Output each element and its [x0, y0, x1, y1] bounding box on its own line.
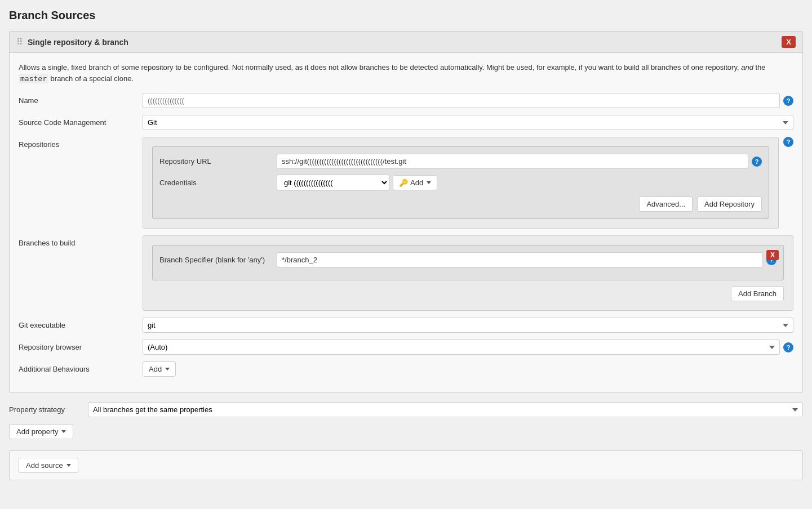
- description-text-part1: Allows a single, fixed branch of some re…: [19, 63, 741, 72]
- scm-select[interactable]: Git: [143, 115, 793, 130]
- property-strategy-outer-row: Property strategy All branches get the s…: [9, 402, 803, 417]
- panel-header-left: ⠿ Single repository & branch: [16, 37, 128, 47]
- property-strategy-select[interactable]: All branches get the same properties: [88, 402, 803, 417]
- credentials-select[interactable]: git ((((((((((((((((: [277, 175, 389, 191]
- repositories-row: Repositories Repository URL ?: [19, 137, 793, 229]
- branch-specifier-control: ?: [277, 252, 776, 267]
- key-icon: 🔑: [399, 178, 408, 187]
- name-help-icon[interactable]: ?: [783, 96, 793, 106]
- panel-body: Allows a single, fixed branch of some re…: [10, 53, 802, 392]
- additional-behaviours-add-label: Add: [149, 365, 162, 373]
- git-executable-wrapper: git: [143, 318, 793, 333]
- property-strategy-label: Property strategy: [9, 405, 88, 414]
- repo-browser-select[interactable]: (Auto): [143, 340, 780, 355]
- branches-section: X Branch Specifier (blank for 'any') ? A…: [143, 235, 793, 311]
- add-repository-button[interactable]: Add Repository: [697, 197, 762, 212]
- additional-behaviours-chevron-icon: [165, 368, 170, 370]
- additional-behaviours-row: Additional Behaviours Add: [19, 361, 793, 377]
- branches-row: Branches to build X Branch Specifier (bl…: [19, 235, 793, 311]
- credentials-add-chevron-icon: [427, 181, 431, 184]
- credentials-add-button[interactable]: 🔑 Add: [393, 175, 437, 190]
- add-property-chevron-icon: [61, 430, 66, 433]
- add-property-button[interactable]: Add property: [9, 424, 73, 439]
- git-executable-label: Git executable: [19, 318, 143, 329]
- branch-close-button[interactable]: X: [766, 250, 779, 260]
- description-text-part2: the: [753, 63, 766, 72]
- repository-url-help-icon[interactable]: ?: [752, 157, 762, 167]
- credentials-add-label: Add: [410, 178, 423, 187]
- repo-browser-row: Repository browser (Auto) ?: [19, 340, 793, 355]
- additional-behaviours-add-button[interactable]: Add: [143, 361, 176, 377]
- add-source-label: Add source: [26, 461, 63, 470]
- credentials-row: Credentials git (((((((((((((((( 🔑 Add: [159, 175, 762, 191]
- branch-specifier-label: Branch Specifier (blank for 'any'): [159, 256, 272, 264]
- add-property-label: Add property: [16, 427, 58, 436]
- repositories-help-icon[interactable]: ?: [783, 137, 793, 147]
- branches-label: Branches to build: [19, 235, 143, 247]
- branch-specifier-input[interactable]: [277, 252, 763, 267]
- advanced-button[interactable]: Advanced...: [639, 197, 693, 212]
- scm-label: Source Code Management: [19, 115, 143, 127]
- repo-browser-help-icon[interactable]: ?: [783, 342, 793, 352]
- name-input[interactable]: [143, 93, 780, 108]
- repository-url-row: Repository URL ?: [159, 154, 762, 169]
- repository-url-input[interactable]: [277, 154, 748, 169]
- bottom-buttons: Add source: [19, 458, 793, 473]
- scm-field-wrapper: Git: [143, 115, 793, 130]
- repo-browser-wrapper: (Auto) ?: [143, 340, 793, 355]
- repo-browser-label: Repository browser: [19, 340, 143, 351]
- scm-row: Source Code Management Git: [19, 115, 793, 130]
- additional-behaviours-wrapper: Add: [143, 361, 793, 377]
- repository-url-control: ?: [277, 154, 762, 169]
- repo-actions: Advanced... Add Repository: [159, 197, 762, 212]
- credentials-label: Credentials: [159, 178, 272, 187]
- add-source-button[interactable]: Add source: [19, 458, 78, 473]
- repository-url-label: Repository URL: [159, 157, 272, 166]
- page-title: Branch Sources: [9, 9, 803, 22]
- name-field-wrapper: ?: [143, 93, 793, 108]
- name-row: Name ?: [19, 93, 793, 108]
- repositories-label: Repositories: [19, 137, 143, 149]
- add-source-chevron-icon: [66, 464, 71, 467]
- additional-behaviours-label: Additional Behaviours: [19, 361, 143, 373]
- repository-entry: Repository URL ? Credentials: [152, 146, 769, 219]
- description-text-part3: branch of a special clone.: [48, 74, 134, 83]
- bottom-bar: Add source: [9, 450, 803, 480]
- branch-entry: X Branch Specifier (blank for 'any') ?: [152, 245, 784, 280]
- description-italic: and: [741, 63, 753, 72]
- add-property-row: Add property: [9, 424, 803, 439]
- repositories-section: Repository URL ? Credentials: [143, 137, 779, 229]
- branch-sources-panel: ⠿ Single repository & branch X Allows a …: [9, 31, 803, 393]
- drag-handle-icon: ⠿: [16, 37, 23, 47]
- git-executable-select[interactable]: git: [143, 318, 793, 333]
- description-code: master: [19, 74, 48, 83]
- panel-close-button[interactable]: X: [782, 36, 796, 48]
- panel-title: Single repository & branch: [28, 38, 128, 47]
- panel-header: ⠿ Single repository & branch X: [10, 32, 802, 53]
- add-branch-button[interactable]: Add Branch: [731, 286, 784, 301]
- branch-specifier-row: Branch Specifier (blank for 'any') ?: [159, 252, 776, 267]
- name-label: Name: [19, 93, 143, 105]
- git-executable-row: Git executable git: [19, 318, 793, 333]
- panel-description: Allows a single, fixed branch of some re…: [19, 62, 793, 84]
- credentials-control: git (((((((((((((((( 🔑 Add: [277, 175, 437, 191]
